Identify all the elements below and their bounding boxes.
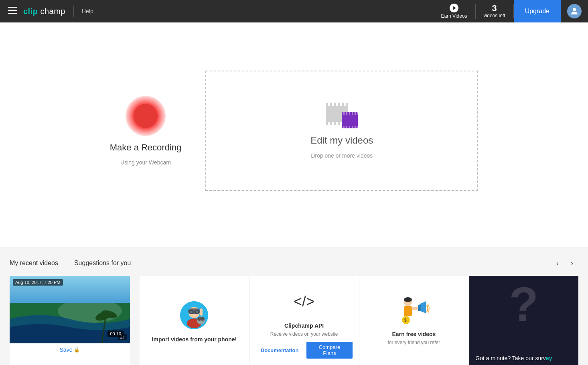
phone-import-title: Import videos from your phone! — [152, 336, 237, 343]
earn-videos-button[interactable]: Earn Videos — [433, 4, 475, 19]
svg-rect-0 — [8, 7, 17, 8]
video-duration: 00:10 — [107, 331, 124, 337]
record-section[interactable]: Make a Recording Using your Webcam — [110, 96, 182, 166]
question-mark-bg: ? — [509, 280, 538, 328]
play-icon — [450, 4, 458, 12]
api-card[interactable]: </> Clipchamp API Receive videos on your… — [249, 276, 359, 365]
api-card-buttons: Documentation Compare Plans — [256, 342, 353, 359]
bottom-section: My recent videos Suggestions for you ‹ ›… — [0, 247, 588, 365]
earn-videos-label: Earn Videos — [441, 13, 467, 19]
help-link[interactable]: Help — [82, 8, 93, 14]
svg-point-3 — [573, 8, 576, 11]
compare-plans-button[interactable]: Compare Plans — [306, 342, 352, 359]
survey-card-text: Got a minute? Take our surv — [475, 355, 546, 361]
svg-rect-1 — [8, 10, 17, 11]
svg-rect-16 — [188, 308, 200, 314]
header-right: Earn Videos 3 videos left Upgrade — [433, 0, 582, 22]
nav-next-button[interactable]: › — [566, 257, 578, 270]
phone-import-illustration — [180, 301, 208, 329]
recent-video-card[interactable]: Aug 10, 2017, 7:20 PM 2♪ 00:10 — [10, 276, 130, 365]
svg-rect-23 — [404, 306, 412, 316]
svg-point-20 — [201, 317, 205, 321]
phone-import-icon-area — [178, 299, 210, 331]
earn-free-videos-icon-area: $ — [398, 294, 430, 326]
bottom-cards: Aug 10, 2017, 7:20 PM 2♪ 00:10 — [10, 276, 578, 365]
svg-rect-26 — [418, 305, 421, 311]
edit-subtitle: Drop one or more videos — [311, 152, 373, 159]
earn-free-videos-subtitle: for every friend you refer — [388, 340, 440, 345]
svg-rect-17 — [200, 308, 203, 316]
videos-left-label: videos left — [484, 13, 505, 18]
user-avatar[interactable] — [567, 4, 582, 18]
menu-icon[interactable] — [6, 5, 18, 18]
logo[interactable]: clipchamp — [23, 7, 65, 16]
suggestion-cards: Import videos from your phone! </> Clipc… — [140, 276, 578, 365]
earn-free-videos-title: Earn free videos — [392, 331, 436, 337]
main-content: Make a Recording Using your Webcam Edit … — [0, 22, 588, 247]
api-card-title: Clipchamp API — [284, 322, 324, 329]
bottom-header: My recent videos Suggestions for you ‹ › — [10, 257, 578, 270]
edit-drop-zone[interactable]: Edit my videos Drop one or more videos — [205, 71, 478, 191]
nav-arrows: ‹ › — [551, 257, 578, 270]
megaphone-illustration: $ — [398, 294, 430, 326]
film-strip-purple — [342, 112, 358, 128]
nav-prev-button[interactable]: ‹ — [551, 257, 564, 270]
header: clipchamp Help Earn Videos 3 videos left… — [0, 0, 588, 22]
upgrade-button[interactable]: Upgrade — [514, 0, 561, 22]
record-title: Make a Recording — [110, 142, 182, 153]
videos-left-display[interactable]: 3 videos left — [476, 4, 514, 18]
videos-left-count: 3 — [492, 4, 497, 13]
phone-import-card[interactable]: Import videos from your phone! — [140, 276, 249, 365]
api-icon: </> — [294, 293, 314, 310]
api-icon-area: </> — [288, 286, 320, 318]
video-info: Save 🔒 — [10, 343, 130, 356]
video-thumbnail: Aug 10, 2017, 7:20 PM 2♪ 00:10 — [10, 276, 130, 343]
logo-clip: clip — [23, 7, 38, 16]
svg-point-22 — [404, 297, 412, 302]
survey-card-link[interactable]: ey — [546, 355, 552, 361]
film-icon — [326, 103, 358, 128]
survey-card[interactable]: ? Got a minute? Take our survey — [469, 276, 578, 365]
api-card-subtitle: Receive videos on your website — [270, 331, 338, 337]
video-timestamp: Aug 10, 2017, 7:20 PM — [13, 279, 63, 286]
svg-text:$: $ — [404, 318, 407, 322]
record-subtitle: Using your Webcam — [120, 159, 171, 166]
record-btn-inner — [134, 104, 158, 128]
save-link[interactable]: Save 🔒 — [60, 347, 80, 353]
documentation-button[interactable]: Documentation — [256, 342, 304, 359]
header-divider — [73, 6, 74, 17]
suggestions-title: Suggestions for you — [74, 260, 131, 267]
earn-free-videos-card[interactable]: $ Earn free videos for every friend you … — [359, 276, 469, 365]
logo-champ: champ — [40, 7, 65, 16]
record-button[interactable] — [126, 96, 166, 136]
svg-rect-2 — [8, 13, 17, 14]
recent-videos-title: My recent videos — [10, 260, 58, 267]
edit-title: Edit my videos — [310, 135, 373, 146]
lock-icon: 🔒 — [74, 347, 80, 353]
